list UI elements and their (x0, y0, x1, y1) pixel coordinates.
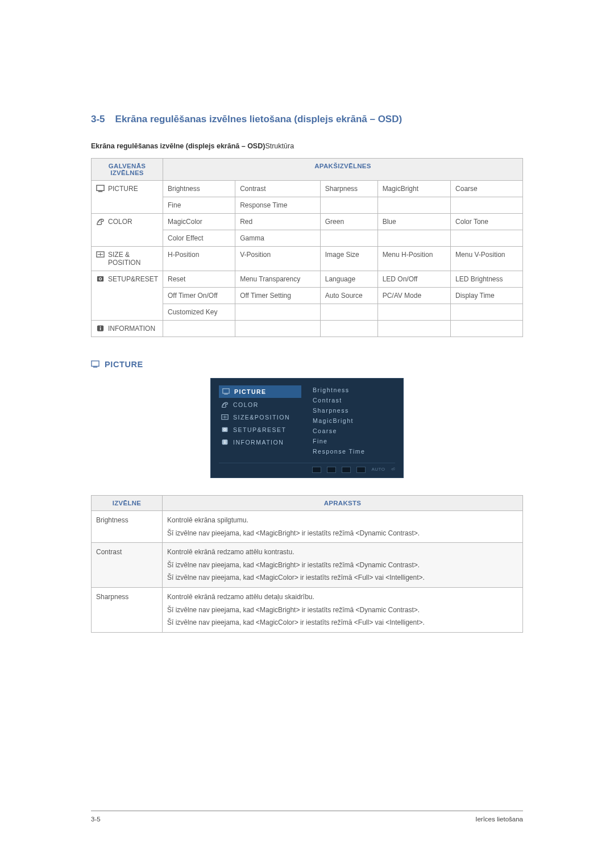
submenu-cell (235, 304, 321, 321)
submenu-cell: V-Position (235, 247, 321, 271)
svg-point-18 (224, 403, 225, 404)
submenu-cell: Customized Key (163, 304, 235, 321)
picture-icon (222, 388, 230, 395)
desc-text: Kontrolē ekrānā redzamo attēlu detaļu sk… (163, 587, 523, 632)
submenu-cell (377, 321, 450, 337)
osd-footer-enter: ⏎ (391, 467, 396, 473)
svg-rect-0 (97, 185, 104, 190)
osd-menu-item: SETUP&RESET (219, 424, 301, 435)
setup-icon (221, 426, 229, 433)
picture-title-text: PICTURE (105, 360, 143, 369)
setup-icon (96, 275, 105, 283)
submenu-cell (377, 230, 450, 247)
osd-menu-item: SIZE&POSITION (219, 412, 301, 423)
color-icon (221, 401, 229, 408)
submenu-cell (377, 197, 450, 214)
submenu-cell: Menu V-Position (451, 247, 523, 271)
info-icon (221, 439, 229, 446)
desc-menu-name: Sharpness (92, 587, 163, 632)
menu-category: COLOR (92, 214, 163, 247)
th-main-menus: GALVENĀS IZVĒLNES (92, 159, 163, 181)
submenu-cell (320, 304, 377, 321)
svg-point-2 (98, 222, 99, 223)
picture-description-table: IZVĒLNE APRAKSTS BrightnessKontrolē ekrā… (91, 495, 523, 633)
svg-rect-8 (97, 276, 103, 281)
submenu-cell: MagicColor (163, 214, 235, 230)
submenu-cell: Display Time (451, 288, 523, 304)
submenu-cell (451, 230, 523, 247)
submenu-cell (451, 304, 523, 321)
structure-bold: Ekrāna regulēšanas izvēlne (displejs ekr… (91, 142, 265, 150)
submenu-cell: PC/AV Mode (377, 288, 450, 304)
submenu-cell (163, 321, 235, 337)
menu-category-label: PICTURE (108, 185, 138, 193)
svg-rect-16 (224, 394, 228, 394)
menu-category-label: SIZE & POSITION (108, 251, 158, 267)
submenu-cell: Language (320, 271, 377, 288)
osd-nav-icon (327, 467, 336, 473)
section-heading: 3-5Ekrāna regulēšanas izvēlnes lietošana… (91, 114, 523, 125)
osd-menu-item: PICTURE (219, 385, 301, 398)
submenu-cell: Color Tone (451, 214, 523, 230)
submenu-cell (451, 197, 523, 214)
svg-rect-26 (225, 440, 225, 441)
svg-point-19 (225, 403, 226, 404)
submenu-cell: Image Size (320, 247, 377, 271)
submenu-cell: Blue (377, 214, 450, 230)
svg-rect-11 (100, 326, 101, 327)
submenu-cell: Auto Source (320, 288, 377, 304)
picture-section-heading: PICTURE (91, 360, 523, 369)
submenu-cell: LED Brightness (451, 271, 523, 288)
menu-category-label: INFORMATION (108, 325, 155, 333)
submenu-cell (377, 304, 450, 321)
section-title-text: Ekrāna regulēšanas izvēlnes lietošana (d… (115, 114, 403, 124)
color-icon (96, 218, 105, 226)
submenu-cell: Menu Transparency (235, 271, 321, 288)
submenu-cell: Response Time (235, 197, 321, 214)
menu-category: SIZE & POSITION (92, 247, 163, 271)
osd-submenu-item: Coarse (313, 427, 365, 434)
structure-subhead: Ekrāna regulēšanas izvēlne (displejs ekr… (91, 142, 523, 150)
submenu-cell (320, 230, 377, 247)
submenu-cell: LED On/Off (377, 271, 450, 288)
submenu-cell: Brightness (163, 181, 235, 197)
osd-menu-label: COLOR (233, 401, 259, 408)
osd-menu-label: SETUP&RESET (233, 426, 287, 433)
osd-submenu-item: Fine (313, 438, 365, 445)
osd-menu-label: SIZE&POSITION (233, 414, 290, 421)
menu-category: PICTURE (92, 181, 163, 214)
menu-category: SETUP&RESET (92, 271, 163, 321)
svg-rect-1 (98, 191, 103, 192)
submenu-cell: Reset (163, 271, 235, 288)
osd-submenu-item: Response Time (313, 448, 365, 455)
submenu-cell (451, 321, 523, 337)
size-icon (96, 251, 105, 259)
menu-category-label: COLOR (108, 218, 132, 226)
osd-submenu-item: Brightness (313, 387, 365, 393)
table-row: BrightnessKontrolē ekrāna spilgtumu.Šī i… (92, 511, 523, 543)
osd-footer-auto: AUTO (371, 467, 385, 473)
desc-menu-name: Contrast (92, 543, 163, 588)
osd-nav-icon (312, 467, 321, 473)
menu-category-label: SETUP&RESET (108, 275, 158, 283)
osd-submenu-item: MagicBright (313, 417, 365, 424)
submenu-cell: Color Effect (163, 230, 235, 247)
desc-text: Kontrolē ekrāna spilgtumu.Šī izvēlne nav… (163, 511, 523, 543)
svg-rect-12 (100, 327, 101, 330)
info-icon (96, 325, 105, 333)
osd-menu-label: INFORMATION (233, 439, 284, 446)
desc-menu-name: Brightness (92, 511, 163, 543)
submenu-cell: MagicBright (377, 181, 450, 197)
osd-menu-label: PICTURE (234, 388, 267, 395)
submenu-cell (320, 197, 377, 214)
footer-page-number: 3-5 (91, 816, 101, 823)
picture-icon (96, 185, 105, 193)
structure-rest: Struktūra (265, 142, 294, 150)
menu-structure-table: GALVENĀS IZVĒLNES APAKŠIZVĒLNES PICTUREB… (91, 158, 523, 337)
submenu-cell: Off Timer On/Off (163, 288, 235, 304)
section-number: 3-5 (91, 114, 105, 124)
submenu-cell (320, 321, 377, 337)
osd-screenshot: PICTURECOLORSIZE&POSITIONSETUP&RESETINFO… (210, 378, 404, 478)
submenu-cell: H-Position (163, 247, 235, 271)
osd-menu-item: COLOR (219, 399, 301, 410)
